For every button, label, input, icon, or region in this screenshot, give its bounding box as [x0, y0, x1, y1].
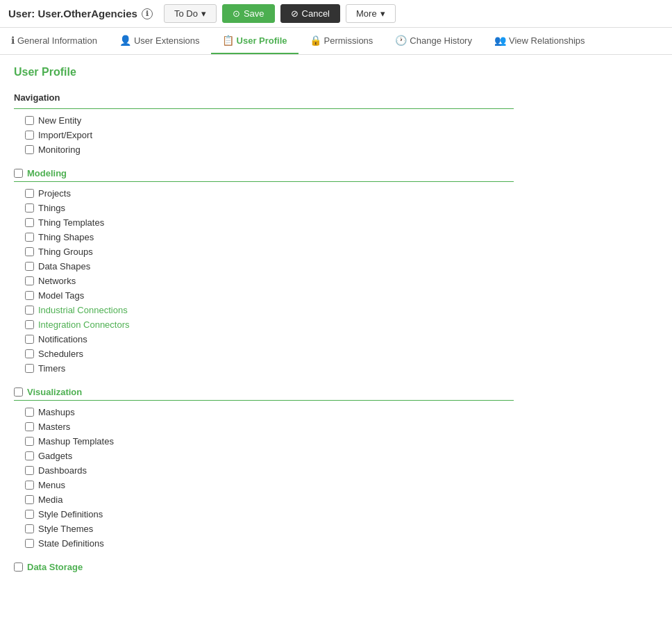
save-button[interactable]: ⊙ Save [222, 4, 275, 23]
tab-general-information[interactable]: ℹ General Information [0, 28, 108, 54]
mashups-checkbox[interactable] [25, 408, 34, 417]
gadgets-label[interactable]: Gadgets [38, 451, 72, 461]
list-item: Industrial Connections [14, 303, 658, 317]
section-navigation: Navigation New Entity Import/Export Moni… [14, 90, 658, 157]
tab-view-relationships[interactable]: 👥 View Relationships [483, 28, 596, 54]
menus-label[interactable]: Menus [38, 480, 65, 490]
state-definitions-checkbox[interactable] [25, 539, 34, 548]
section-modeling: Modeling Projects Things Thing Templates… [14, 168, 658, 376]
thing-groups-label[interactable]: Thing Groups [38, 247, 93, 257]
style-themes-label[interactable]: Style Themes [38, 524, 93, 534]
thing-groups-checkbox[interactable] [25, 247, 34, 256]
more-button[interactable]: More ▾ [346, 4, 396, 23]
data-shapes-label[interactable]: Data Shapes [38, 261, 90, 272]
section-navigation-header: Navigation [14, 90, 658, 106]
data-storage-header-checkbox[interactable] [14, 562, 23, 572]
section-modeling-divider [14, 181, 514, 182]
visualization-header-checkbox[interactable] [14, 388, 23, 397]
list-item: Gadgets [14, 449, 658, 463]
user-extensions-icon: 👤 [119, 35, 131, 46]
thing-shapes-checkbox[interactable] [25, 233, 34, 242]
style-definitions-checkbox[interactable] [25, 510, 34, 519]
projects-checkbox[interactable] [25, 189, 34, 198]
media-checkbox[interactable] [25, 495, 34, 504]
state-definitions-label[interactable]: State Definitions [38, 538, 104, 549]
list-item: Style Themes [14, 522, 658, 536]
schedulers-label[interactable]: Schedulers [38, 349, 83, 359]
tab-user-profile[interactable]: 📋 User Profile [211, 28, 299, 54]
menus-checkbox[interactable] [25, 481, 34, 490]
model-tags-checkbox[interactable] [25, 291, 34, 300]
masters-label[interactable]: Masters [38, 422, 70, 432]
integration-connectors-label[interactable]: Integration Connectors [38, 319, 130, 330]
thing-templates-checkbox[interactable] [25, 218, 34, 227]
main-content: User Profile Navigation New Entity Impor… [0, 55, 672, 594]
timers-checkbox[interactable] [25, 364, 34, 373]
list-item: Dashboards [14, 463, 658, 478]
dashboards-label[interactable]: Dashboards [38, 465, 87, 476]
masters-checkbox[interactable] [25, 422, 34, 431]
tab-user-extensions-label: User Extensions [134, 35, 200, 46]
list-item: Menus [14, 478, 658, 492]
media-label[interactable]: Media [38, 494, 62, 505]
style-definitions-label[interactable]: Style Definitions [38, 509, 103, 519]
model-tags-label[interactable]: Model Tags [38, 290, 84, 301]
mashup-templates-label[interactable]: Mashup Templates [38, 436, 114, 447]
thing-templates-label[interactable]: Thing Templates [38, 217, 104, 228]
header: User: User.OtherAgencies ℹ To Do ▾ ⊙ Sav… [0, 0, 672, 28]
page-title: User Profile [14, 66, 658, 78]
list-item: Style Definitions [14, 507, 658, 522]
list-item: Mashup Templates [14, 434, 658, 449]
monitoring-checkbox[interactable] [25, 145, 34, 154]
import-export-label[interactable]: Import/Export [38, 130, 92, 140]
save-check-icon: ⊙ [233, 8, 240, 19]
list-item: Thing Groups [14, 244, 658, 259]
dashboards-checkbox[interactable] [25, 466, 34, 475]
modeling-header-checkbox[interactable] [14, 169, 23, 178]
mashup-templates-checkbox[interactable] [25, 437, 34, 446]
import-export-checkbox[interactable] [25, 131, 34, 140]
things-label[interactable]: Things [38, 203, 65, 213]
tab-user-extensions[interactable]: 👤 User Extensions [108, 28, 211, 54]
section-visualization-label[interactable]: Visualization [27, 387, 82, 397]
section-modeling-label[interactable]: Modeling [27, 168, 67, 178]
section-data-storage-label[interactable]: Data Storage [27, 562, 83, 572]
todo-button[interactable]: To Do ▾ [164, 4, 217, 23]
things-checkbox[interactable] [25, 203, 34, 212]
new-entity-checkbox[interactable] [25, 116, 34, 125]
list-item: Thing Shapes [14, 230, 658, 244]
header-title-text: User: User.OtherAgencies [8, 8, 137, 19]
cancel-icon: ⊘ [291, 8, 299, 19]
industrial-connections-checkbox[interactable] [25, 306, 34, 315]
integration-connectors-checkbox[interactable] [25, 320, 34, 329]
permissions-icon: 🔒 [310, 35, 321, 46]
list-item: Mashups [14, 405, 658, 419]
section-data-storage-header: Data Storage [14, 562, 658, 572]
general-information-icon: ℹ [11, 35, 15, 46]
thing-shapes-label[interactable]: Thing Shapes [38, 232, 94, 242]
schedulers-checkbox[interactable] [25, 349, 34, 358]
view-relationships-icon: 👥 [494, 35, 506, 46]
section-modeling-header: Modeling [14, 168, 658, 178]
tab-permissions[interactable]: 🔒 Permissions [299, 28, 385, 54]
info-icon[interactable]: ℹ [142, 8, 153, 19]
networks-label[interactable]: Networks [38, 276, 76, 286]
list-item: Timers [14, 361, 658, 376]
style-themes-checkbox[interactable] [25, 524, 34, 533]
projects-label[interactable]: Projects [38, 188, 71, 199]
notifications-label[interactable]: Notifications [38, 334, 87, 344]
networks-checkbox[interactable] [25, 276, 34, 285]
data-shapes-checkbox[interactable] [25, 262, 34, 271]
notifications-checkbox[interactable] [25, 335, 34, 344]
industrial-connections-label[interactable]: Industrial Connections [38, 305, 128, 315]
list-item: Integration Connectors [14, 317, 658, 332]
monitoring-label[interactable]: Monitoring [38, 144, 81, 155]
timers-label[interactable]: Timers [38, 363, 65, 374]
section-data-storage: Data Storage [14, 562, 658, 572]
cancel-button[interactable]: ⊘ Cancel [280, 4, 340, 23]
gadgets-checkbox[interactable] [25, 451, 34, 460]
mashups-label[interactable]: Mashups [38, 407, 75, 417]
todo-dropdown-icon: ▾ [201, 8, 206, 19]
new-entity-label[interactable]: New Entity [38, 115, 81, 126]
tab-change-history[interactable]: 🕐 Change History [384, 28, 483, 54]
